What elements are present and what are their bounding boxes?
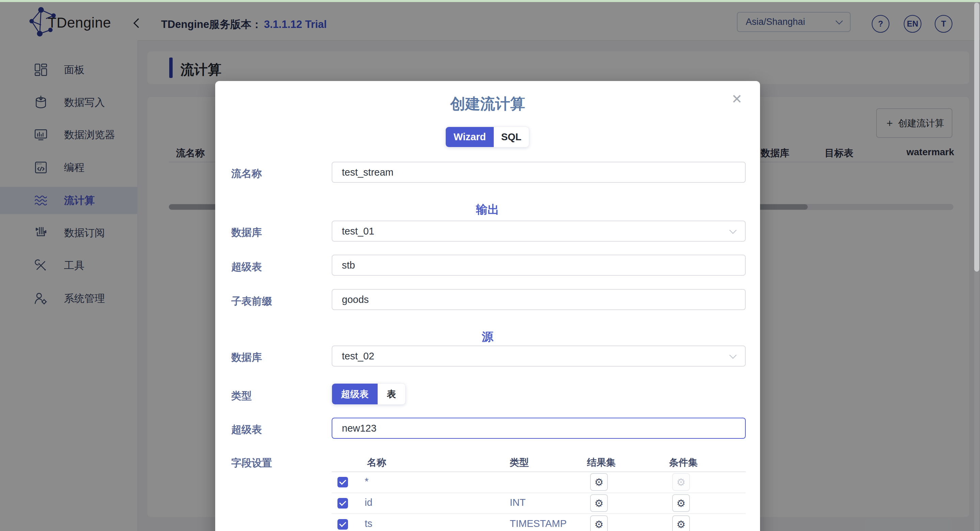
fields-settings-label: 字段设置	[231, 456, 272, 470]
condition-set-settings-button-disabled: ⚙	[672, 473, 690, 491]
chevron-down-icon	[729, 226, 737, 234]
tab-sql[interactable]: SQL	[494, 127, 529, 147]
field-row-checkbox[interactable]	[337, 498, 348, 509]
chevron-down-icon	[729, 351, 737, 358]
condition-set-settings-button[interactable]: ⚙	[672, 515, 690, 531]
field-col-name: 名称	[367, 456, 386, 469]
source-type-toggle: 超级表 表	[332, 383, 406, 405]
source-supertable-label: 超级表	[231, 423, 262, 437]
output-supertable-input[interactable]: stb	[332, 254, 746, 276]
field-col-result-set: 结果集	[587, 456, 616, 469]
mode-tabs: Wizard SQL	[445, 127, 529, 147]
field-col-type: 类型	[510, 456, 529, 469]
modal-title: 创建流计算	[215, 94, 760, 114]
source-type-supertable[interactable]: 超级表	[332, 384, 378, 404]
field-table-header-divider	[332, 471, 746, 472]
source-supertable-value: new123	[342, 423, 377, 434]
result-set-settings-button[interactable]: ⚙	[590, 473, 608, 491]
result-set-settings-button[interactable]: ⚙	[590, 494, 608, 512]
subtable-prefix-input[interactable]: goods	[332, 289, 746, 310]
field-name: *	[365, 476, 368, 487]
field-name: id	[365, 497, 372, 508]
stream-name-label: 流名称	[231, 167, 262, 181]
source-database-select[interactable]: test_02	[332, 345, 746, 367]
gear-icon: ⚙	[676, 518, 686, 530]
output-supertable-label: 超级表	[231, 260, 262, 274]
output-database-label: 数据库	[231, 226, 262, 240]
top-accent-strip	[0, 0, 980, 2]
field-row-divider	[332, 513, 746, 514]
stream-name-input[interactable]: test_stream	[332, 162, 746, 183]
output-section-title: 输出	[215, 202, 760, 218]
tdengine-app: TDengine TDengine服务版本：3.1.1.12 Trial Asi…	[0, 0, 980, 531]
field-name: ts	[365, 518, 372, 529]
source-supertable-input[interactable]: new123	[332, 418, 746, 439]
stream-name-value: test_stream	[342, 167, 394, 178]
output-supertable-value: stb	[342, 260, 355, 271]
output-database-value: test_01	[342, 226, 374, 237]
source-database-value: test_02	[342, 351, 374, 362]
source-database-label: 数据库	[231, 351, 262, 364]
create-stream-modal: 创建流计算 ✕ Wizard SQL 流名称 test_stream 输出 数据…	[215, 81, 760, 531]
source-type-label: 类型	[231, 389, 251, 403]
output-database-select[interactable]: test_01	[332, 221, 746, 242]
condition-set-settings-button[interactable]: ⚙	[672, 494, 690, 512]
close-icon[interactable]: ✕	[732, 92, 742, 105]
gear-icon: ⚙	[595, 476, 604, 488]
gear-icon: ⚙	[595, 497, 604, 509]
field-row-checkbox[interactable]	[337, 477, 348, 487]
source-section-title: 源	[215, 329, 760, 345]
field-row-checkbox[interactable]	[337, 519, 348, 529]
field-col-condition-set: 条件集	[669, 456, 698, 469]
field-row-divider	[332, 493, 746, 493]
result-set-settings-button[interactable]: ⚙	[590, 515, 608, 531]
gear-icon: ⚙	[595, 518, 604, 530]
gear-icon: ⚙	[676, 476, 686, 488]
field-type: INT	[510, 497, 526, 508]
tab-wizard[interactable]: Wizard	[446, 127, 494, 147]
page-scrollbar-thumb[interactable]	[974, 3, 979, 272]
gear-icon: ⚙	[676, 497, 686, 509]
subtable-prefix-value: goods	[342, 294, 369, 305]
subtable-prefix-label: 子表前缀	[231, 294, 272, 308]
field-type: TIMESTAMP	[510, 518, 566, 529]
source-type-table[interactable]: 表	[378, 384, 405, 404]
